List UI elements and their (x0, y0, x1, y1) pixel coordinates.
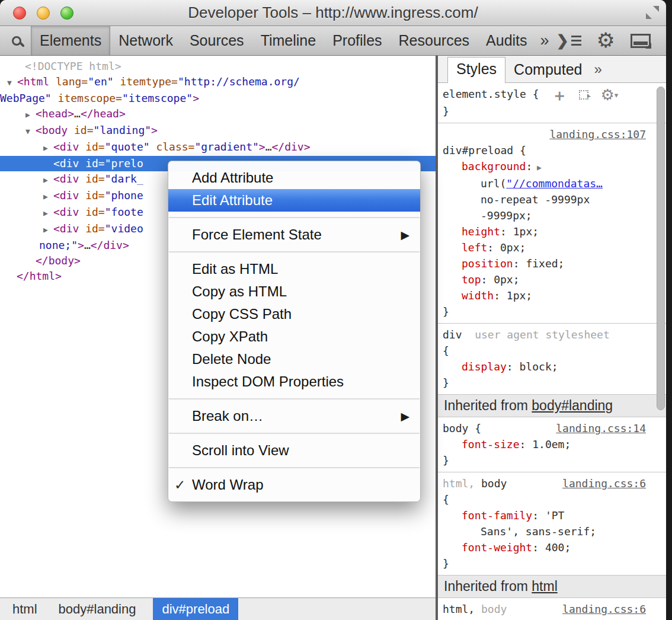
disclosure-arrow-icon[interactable]: ▶ (25, 107, 36, 123)
css-code-line[interactable]: } (438, 103, 666, 119)
disclosure-arrow-icon[interactable]: ▶ (43, 206, 53, 221)
tab-timeline[interactable]: Timeline (252, 26, 325, 55)
css-code-line[interactable]: url("//commondatas… (438, 175, 666, 191)
dom-tree-line[interactable]: ▼<body id="landing"> (0, 123, 436, 139)
dom-tree-line[interactable]: ▶<div id="quote" class="gradient">…</div… (0, 139, 436, 156)
settings-gear-icon[interactable]: ⚙ (597, 30, 615, 51)
code-segment: body (475, 477, 507, 490)
breadcrumb-body-landing[interactable]: body#landing (50, 598, 145, 620)
tab-elements[interactable]: Elements (31, 26, 110, 55)
code-segment[interactable]: "//commondatas… (506, 177, 603, 190)
code-segment: <div (53, 140, 79, 153)
disclosure-arrow-icon[interactable]: ▶ (43, 189, 53, 204)
menu-item-label: Add Attribute (192, 170, 273, 186)
style-panel-gear-icon[interactable]: ⚙▾ (600, 87, 618, 103)
tab-sources[interactable]: Sources (181, 26, 252, 55)
disclosure-arrow-icon[interactable]: ▶ (43, 140, 53, 156)
css-code-line[interactable]: background: ▶ (438, 158, 666, 175)
css-rule-section: html, bodylanding.css:6{ (438, 598, 666, 620)
element-style-section: element.style { ＋⚙▾} (438, 83, 666, 123)
css-code-line[interactable]: element.style { ＋⚙▾ (438, 86, 666, 103)
disclosure-arrow-icon[interactable]: ▼ (7, 75, 17, 91)
code-segment: id= (79, 172, 104, 185)
css-code-line[interactable]: no-repeat -9999px (438, 191, 666, 207)
stylesheet-source-link[interactable]: landing.css:6 (562, 475, 646, 491)
menu-item-force-element-state[interactable]: Force Element State▶ (168, 223, 420, 246)
menu-item-label: Break on… (192, 408, 263, 424)
css-code-line[interactable]: { (438, 343, 666, 359)
breadcrumb-div-preload[interactable]: div#preload (153, 598, 238, 620)
menu-item-scroll-into-view[interactable]: Scroll into View (168, 439, 420, 462)
disclosure-arrow-icon[interactable]: ▶ (43, 222, 53, 238)
sidebar-tabs: StylesComputed (438, 57, 590, 82)
dom-tree-line[interactable]: ▼<html lang="en" itemtype="http://schema… (0, 74, 436, 91)
submenu-arrow-icon: ▶ (401, 228, 409, 242)
css-code-line[interactable]: top: 0px; (438, 271, 666, 287)
code-segment: background (462, 160, 526, 172)
zoom-button[interactable] (60, 7, 73, 20)
code-segment: : 'PT (532, 509, 564, 522)
new-style-rule-icon[interactable]: ＋ (551, 87, 567, 103)
dom-tree-line[interactable]: <!DOCTYPE html> (0, 59, 436, 74)
dom-tree-line[interactable]: ▶<head>…</head> (0, 106, 436, 123)
css-code-line[interactable]: } (438, 303, 666, 319)
css-code-line[interactable]: font-size: 1.0em; (438, 436, 666, 452)
menu-item-break-on[interactable]: Break on…▶ (168, 405, 420, 427)
menu-item-delete-node[interactable]: Delete Node (168, 348, 420, 370)
css-code-line[interactable]: height: 1px; (438, 223, 666, 239)
menu-item-copy-css-path[interactable]: Copy CSS Path (168, 303, 420, 325)
tab-profiles[interactable]: Profiles (324, 26, 390, 55)
menu-item-copy-as-html[interactable]: Copy as HTML (168, 280, 420, 303)
menu-item-inspect-dom-properties[interactable]: Inspect DOM Properties (168, 370, 420, 393)
menu-item-add-attribute[interactable]: Add Attribute (168, 167, 420, 189)
expand-icon[interactable] (646, 6, 659, 19)
menu-item-edit-as-html[interactable]: Edit as HTML (168, 258, 420, 280)
css-code-line[interactable]: left: 0px; (438, 239, 666, 255)
sidebar-tab-styles[interactable]: Styles (447, 57, 505, 83)
dock-window-icon[interactable] (631, 34, 651, 48)
css-code-line[interactable]: display: block; (438, 359, 666, 375)
disclosure-arrow-icon[interactable]: ▶ (43, 172, 53, 188)
minimize-button[interactable] (37, 7, 50, 20)
css-code-line[interactable]: font-family: 'PT (438, 507, 666, 523)
menu-item-edit-attribute[interactable]: Edit Attribute (168, 189, 420, 212)
menu-item-label: Delete Node (192, 351, 271, 367)
inherited-node-link[interactable]: html (532, 579, 557, 594)
code-segment: id= (79, 189, 104, 202)
title-bar[interactable]: Developer Tools – http://www.ingress.com… (0, 0, 666, 26)
sidebar-tabs-overflow-chevron[interactable]: » (590, 61, 605, 82)
toggle-element-state-icon[interactable] (579, 90, 588, 100)
stylesheet-source-link[interactable]: landing.css:107 (549, 128, 646, 140)
css-code-line[interactable]: position: fixed; (438, 255, 666, 271)
code-segment: : block; (507, 360, 558, 373)
css-code-line[interactable]: div user agent stylesheet (438, 327, 666, 343)
css-code-line[interactable]: } (438, 555, 666, 571)
css-code-line[interactable]: { (438, 617, 666, 620)
tab-resources[interactable]: Resources (391, 26, 478, 55)
menu-item-copy-xpath[interactable]: Copy XPath (168, 325, 420, 348)
menu-item-word-wrap[interactable]: ✓Word Wrap (168, 474, 420, 496)
css-code-line[interactable]: div#preload { (438, 142, 666, 158)
scrollbar-thumb[interactable] (657, 87, 665, 410)
css-code-line[interactable]: { (438, 491, 666, 507)
stylesheet-source-link[interactable]: landing.css:6 (562, 601, 646, 617)
stylesheet-source-link[interactable]: landing.css:14 (556, 420, 646, 436)
css-code-line[interactable]: } (438, 375, 666, 391)
close-button[interactable] (13, 7, 26, 20)
console-drawer-icon[interactable]: ❯ (556, 32, 581, 49)
dom-tree-line[interactable]: WebPage" itemscope="itemscope"> (0, 91, 436, 106)
disclosure-arrow-icon[interactable]: ▼ (25, 124, 36, 139)
tab-network[interactable]: Network (110, 26, 181, 55)
search-icon[interactable] (12, 36, 21, 46)
breadcrumb-html[interactable]: html (4, 598, 46, 620)
css-code-line[interactable]: width: 1px; (438, 287, 666, 303)
tabs-overflow-chevron[interactable]: » (536, 31, 554, 50)
css-code-line[interactable]: font-weight: 400; (438, 539, 666, 555)
css-code-line[interactable]: -9999px; (438, 207, 666, 223)
tab-audits[interactable]: Audits (478, 26, 535, 55)
inherited-node-link[interactable]: body#landing (532, 398, 613, 413)
sidebar-tab-computed[interactable]: Computed (505, 58, 590, 82)
css-code-line[interactable]: Sans', sans-serif; (438, 523, 666, 539)
code-segment: : 1.0em; (520, 438, 571, 450)
css-code-line[interactable]: } (438, 452, 666, 468)
